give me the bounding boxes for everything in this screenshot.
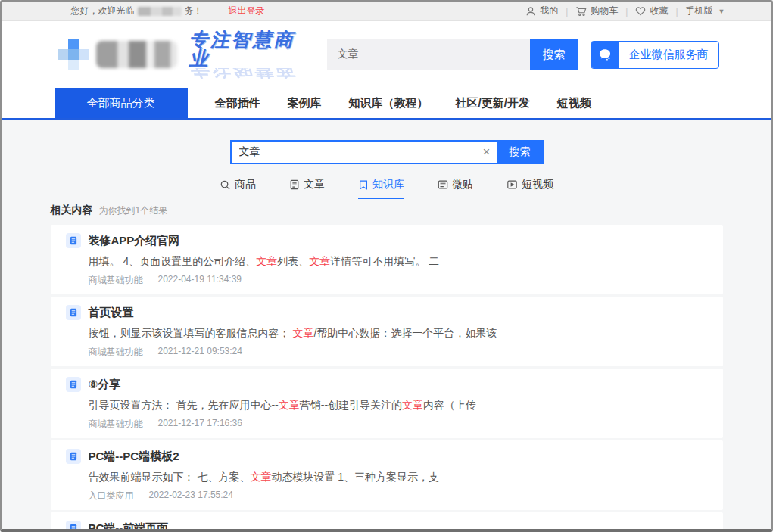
document-icon (66, 521, 81, 532)
tab-goods-label: 商品 (235, 178, 256, 191)
search-icon (220, 179, 231, 191)
result-title[interactable]: 装修APP介绍官网 (89, 234, 180, 248)
logo-plus-icon (58, 39, 89, 70)
result-card[interactable]: ⑧分享 引导页设置方法： 首先，先在应用中心--文章营销--创建引导关注的文章内… (51, 369, 723, 438)
nav-community[interactable]: 社区/更新/开发 (456, 88, 530, 118)
nav-knowledge-base[interactable]: 知识库（教程） (349, 88, 429, 118)
main-content: × 搜索 商品 文章 (2, 120, 771, 532)
cart-link[interactable]: 购物车 (575, 5, 618, 17)
results-header: 相关内容 为你找到1个结果 (51, 204, 723, 217)
mobile-version-menu[interactable]: 手机版 ▼ (686, 5, 725, 17)
nav-all-plugins[interactable]: 全部插件 (215, 88, 260, 118)
result-desc: 按钮，则显示该设置填写的客服信息内容； 文章/帮助中心数据：选择一个平台，如果该 (89, 325, 708, 341)
result-time: 2021-12-17 17:16:36 (158, 418, 242, 431)
result-title[interactable]: PC端--PC端模板2 (89, 450, 179, 464)
favorites-link[interactable]: 收藏 (635, 5, 668, 17)
main-nav: 全部商品分类 全部插件 案例库 知识库（教程） 社区/更新/开发 短视频 (2, 88, 771, 120)
result-title[interactable]: 首页设置 (89, 306, 134, 320)
site-header: 专注智慧商业 专注智慧商业 搜索 企业微信服务商 (2, 21, 771, 88)
result-desc: 引导页设置方法： 首先，先在应用中心--文章营销--创建引导关注的文章内容（上传 (89, 397, 708, 412)
tab-posts[interactable]: 微贴 (438, 178, 473, 199)
tab-articles[interactable]: 文章 (289, 178, 325, 199)
header-search-input[interactable] (327, 39, 530, 70)
result-time: 2022-04-19 11:34:39 (158, 274, 242, 287)
brand-slogan: 专注智慧商业 专注智慧商业 (189, 30, 315, 79)
document-icon (66, 377, 81, 392)
redacted-username (138, 7, 182, 16)
result-search: × 搜索 (230, 140, 544, 164)
cart-icon (575, 6, 587, 17)
favorites-label: 收藏 (650, 5, 668, 17)
divider: | (675, 6, 678, 17)
my-account-link[interactable]: 我的 (525, 5, 558, 17)
result-category: 商城基础功能 (89, 274, 143, 287)
browser-window: 您好，欢迎光临 务！ 退出登录 我的 | (0, 0, 773, 532)
result-category: 商城基础功能 (89, 418, 143, 431)
result-title[interactable]: ⑧分享 (89, 378, 121, 392)
results-title: 相关内容 (51, 204, 93, 217)
mobile-version-label: 手机版 (686, 5, 713, 17)
result-meta: 商城基础功能 2021-12-17 17:16:36 (89, 418, 708, 431)
post-icon (438, 179, 448, 190)
tab-knowledge-label: 知识库 (372, 178, 404, 191)
tab-articles-label: 文章 (304, 178, 325, 191)
nav-all-categories[interactable]: 全部商品分类 (55, 88, 188, 118)
result-time: 2022-02-23 17:55:24 (149, 490, 233, 502)
document-icon (66, 449, 81, 464)
result-category: 商城基础功能 (89, 346, 143, 359)
header-search-button[interactable]: 搜索 (530, 39, 578, 70)
divider: | (566, 6, 568, 17)
nav-short-video[interactable]: 短视频 (557, 88, 591, 118)
cart-label: 购物车 (591, 5, 618, 17)
result-desc: 告效果前端显示如下： 七、方案、文章动态模块设置 1、三种方案显示，支 (89, 469, 708, 484)
result-meta: 商城基础功能 2021-12-21 09:53:24 (89, 346, 708, 359)
result-title[interactable]: PC端--前端页面 (89, 521, 169, 532)
welcome-text: 您好，欢迎光临 务！ (71, 5, 203, 17)
heart-icon (635, 6, 646, 16)
result-search-button[interactable]: 搜索 (497, 140, 544, 164)
chevron-down-icon: ▼ (718, 8, 725, 15)
result-time: 2021-12-21 09:53:24 (158, 346, 242, 359)
slogan-reflection: 专注智慧商业 (189, 68, 315, 79)
video-icon (507, 179, 518, 190)
result-meta: 入口类应用 2022-02-23 17:55:24 (89, 490, 708, 502)
divider: | (625, 6, 628, 17)
logout-link[interactable]: 退出登录 (229, 5, 265, 17)
result-card[interactable]: 装修APP介绍官网 用填。 4、页面设置里的公司介绍、文章列表、文章详情等可不用… (51, 225, 723, 294)
user-icon (525, 6, 536, 17)
wecom-service-label: 企业微信服务商 (619, 48, 718, 62)
result-card[interactable]: 首页设置 按钮，则显示该设置填写的客服信息内容； 文章/帮助中心数据：选择一个平… (51, 297, 723, 366)
clear-search-icon[interactable]: × (483, 140, 491, 164)
document-icon (66, 233, 81, 248)
tab-posts-label: 微贴 (452, 178, 473, 191)
redacted-brand-name (96, 41, 177, 68)
result-search-input[interactable] (230, 140, 497, 164)
article-icon (289, 179, 300, 190)
header-search: 搜索 (327, 39, 578, 70)
results-count: 为你找到1个结果 (99, 204, 168, 217)
nav-case-library[interactable]: 案例库 (288, 88, 322, 118)
wecom-service-button[interactable]: 企业微信服务商 (591, 41, 719, 69)
results-list: 装修APP介绍官网 用填。 4、页面设置里的公司介绍、文章列表、文章详情等可不用… (51, 225, 723, 532)
result-desc: 用填。 4、页面设置里的公司介绍、文章列表、文章详情等可不用填写。 二 (89, 254, 708, 269)
tab-videos-label: 短视频 (522, 178, 553, 191)
result-card[interactable]: PC端--PC端模板2 告效果前端显示如下： 七、方案、文章动态模块设置 1、三… (51, 440, 723, 510)
tab-goods[interactable]: 商品 (220, 178, 256, 199)
tab-knowledge[interactable]: 知识库 (358, 178, 404, 199)
wecom-chat-icon (591, 41, 619, 69)
result-card[interactable]: PC端--前端页面 (51, 512, 723, 532)
result-meta: 商城基础功能 2022-04-19 11:34:39 (89, 274, 708, 287)
site-logo[interactable]: 专注智慧商业 专注智慧商业 (48, 30, 315, 79)
result-type-tabs: 商品 文章 知识库 (2, 178, 771, 199)
knowledge-icon (358, 179, 369, 190)
result-category: 入口类应用 (89, 490, 134, 502)
tab-videos[interactable]: 短视频 (507, 178, 553, 199)
my-account-label: 我的 (540, 5, 558, 17)
document-icon (66, 305, 81, 320)
top-bar: 您好，欢迎光临 务！ 退出登录 我的 | (2, 2, 771, 21)
